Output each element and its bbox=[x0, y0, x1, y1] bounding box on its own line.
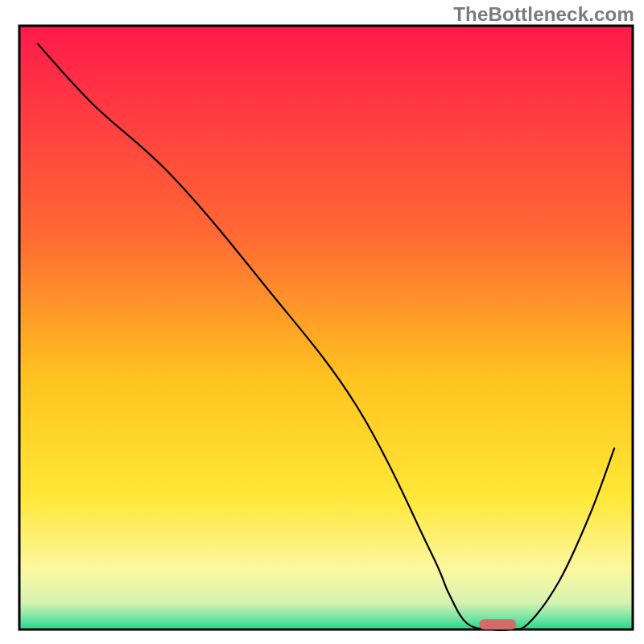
optimal-range-marker bbox=[480, 619, 517, 630]
chart-container: TheBottleneck.com bbox=[0, 0, 644, 644]
bottleneck-chart bbox=[0, 0, 644, 644]
plot-background bbox=[19, 26, 633, 630]
